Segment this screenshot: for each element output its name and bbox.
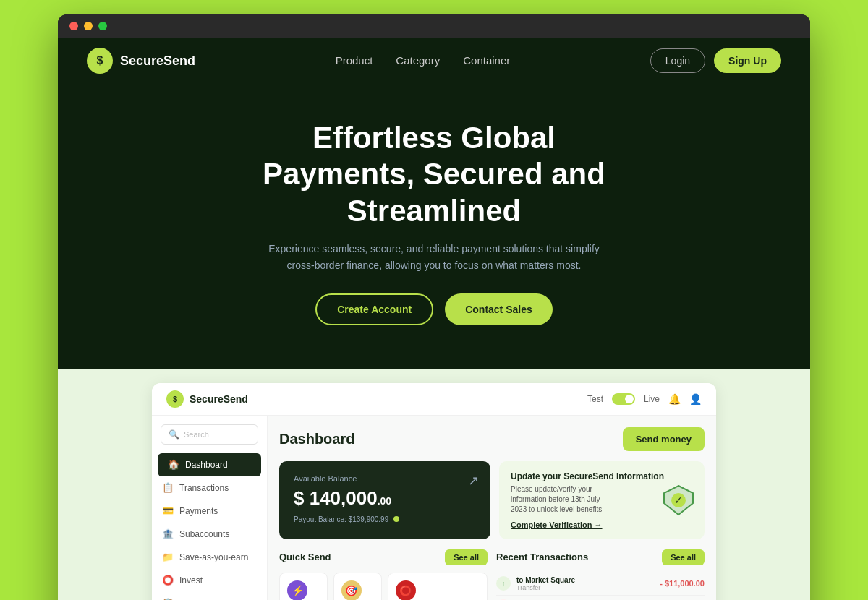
dashboard-card: $ SecureSend Test Live 🔔 👤 🔍 Sear: [152, 383, 716, 600]
dashboard-icon: 🏠: [168, 459, 179, 471]
sidebar-item-refer[interactable]: 📋 Refer & earn: [152, 592, 267, 600]
transaction-item-1: ↓ from Aliya Conrad Transfer + $499.00: [496, 596, 705, 600]
nav-item-container[interactable]: Container: [463, 54, 510, 67]
sidebar-label-payments: Payments: [179, 506, 218, 516]
payout-amount: $139,900.99: [349, 515, 389, 523]
navbar-logo: $ SecureSend: [87, 48, 195, 74]
dashboard-logo: $ SecureSend: [166, 390, 248, 408]
quick-send-header: Quick Send See all: [279, 549, 488, 565]
sidebar-nav: 🏠 Dashboard 📋 Transactions 💳 Payments: [152, 453, 267, 600]
nav-links: Product Category Container: [336, 54, 511, 67]
search-icon: 🔍: [169, 429, 179, 440]
qs-icon-1: 🎯: [341, 580, 362, 600]
sidebar-label-save: Save-as-you-earn: [179, 552, 248, 562]
transactions-section: Recent Transactions See all ↑ to Market …: [496, 549, 705, 600]
subaccounts-icon: 🏦: [162, 528, 174, 540]
balance-amount: $ 140,000.00: [294, 487, 476, 510]
hero-buttons: Create Account Contact Sales: [87, 293, 781, 325]
hero-section: Effortless Global Payments, Secured and …: [58, 84, 810, 369]
payout-label: Payout Balance:: [294, 515, 346, 523]
user-avatar-icon[interactable]: 👤: [689, 393, 702, 405]
sidebar-label-transactions: Transactions: [179, 483, 229, 493]
toggle-test-label: Test: [587, 394, 603, 404]
hero-subtext: Experience seamless, secure, and reliabl…: [260, 241, 608, 273]
logo-icon: $: [87, 48, 113, 74]
quick-send-item-2[interactable]: ⭕ Prosperity+CapitalClimb Portfolio Unit…: [388, 573, 488, 600]
send-money-button[interactable]: Send money: [623, 427, 705, 451]
dashboard-controls: Test Live 🔔 👤: [587, 393, 702, 405]
sidebar-item-save[interactable]: 📁 Save-as-you-earn: [152, 546, 267, 569]
main-navbar: $ SecureSend Product Category Container …: [58, 38, 810, 84]
tx-left-0: ↑ to Market Square Transfer: [496, 576, 575, 591]
verify-link[interactable]: Complete Verification →: [511, 520, 664, 529]
tx-type-0: Transfer: [516, 584, 575, 591]
dashboard-sidebar: 🔍 Search 🏠 Dashboard 📋 Transactions: [152, 416, 268, 600]
nav-actions: Login Sign Up: [650, 48, 781, 73]
balance-share-icon[interactable]: ↗: [468, 473, 479, 489]
sidebar-item-dashboard[interactable]: 🏠 Dashboard: [158, 453, 261, 476]
nav-link-container[interactable]: Container: [463, 54, 510, 67]
dash-logo-icon: $: [166, 390, 184, 408]
transactions-header: Recent Transactions See all: [496, 549, 705, 565]
notification-icon[interactable]: 🔔: [668, 393, 681, 405]
dash-logo-text: SecureSend: [190, 393, 248, 405]
close-button[interactable]: [69, 22, 78, 30]
toggle-live-label: Live: [644, 394, 660, 404]
transactions-icon: 📋: [162, 482, 174, 494]
search-placeholder: Search: [184, 430, 209, 439]
login-button[interactable]: Login: [650, 48, 705, 73]
dashboard-body: 🔍 Search 🏠 Dashboard 📋 Transactions: [152, 416, 716, 600]
nav-item-category[interactable]: Category: [396, 54, 440, 67]
sidebar-label-invest: Invest: [179, 575, 203, 586]
dashboard-title: Dashboard: [279, 431, 354, 447]
quick-send-title: Quick Send: [279, 552, 331, 562]
test-live-toggle[interactable]: [612, 393, 635, 405]
quick-send-grid: ⚡ United Capital Money Market Fund Unite…: [279, 573, 488, 600]
quick-send-section: Quick Send See all ⚡ United Capital Mone…: [279, 549, 488, 600]
invest-icon: ⭕: [162, 575, 174, 586]
transactions-title: Recent Transactions: [496, 552, 588, 562]
balance-label: Available Balance: [294, 474, 476, 483]
dashboard-main: Dashboard Send money Available Balance $…: [268, 416, 716, 600]
browser-titlebar: [58, 14, 810, 38]
cards-row: Available Balance $ 140,000.00 Payout Ba…: [279, 461, 705, 539]
verify-text: Please update/verify your information be…: [511, 484, 612, 515]
search-box[interactable]: 🔍 Search: [161, 424, 258, 445]
balance-payout: Payout Balance: $139,900.99: [294, 515, 476, 523]
balance-card: Available Balance $ 140,000.00 Payout Ba…: [279, 461, 490, 539]
dashboard-preview: $ SecureSend Test Live 🔔 👤 🔍 Sear: [58, 369, 810, 600]
nav-item-product[interactable]: Product: [336, 54, 373, 67]
transactions-see-all[interactable]: See all: [662, 549, 705, 565]
quick-send-see-all[interactable]: See all: [445, 549, 488, 565]
maximize-button[interactable]: [98, 22, 107, 30]
browser-window: $ SecureSend Product Category Container …: [58, 14, 810, 600]
sidebar-item-payments[interactable]: 💳 Payments: [152, 500, 267, 523]
dashboard-header: Dashboard Send money: [279, 427, 705, 451]
sidebar-label-dashboard: Dashboard: [185, 460, 228, 470]
bottom-section: Quick Send See all ⚡ United Capital Mone…: [279, 549, 705, 600]
quick-send-item-0[interactable]: ⚡ United Capital Money Market Fund Unite…: [279, 573, 328, 600]
sidebar-item-transactions[interactable]: 📋 Transactions: [152, 476, 267, 500]
contact-sales-button[interactable]: Contact Sales: [445, 293, 553, 325]
minimize-button[interactable]: [84, 22, 93, 30]
signup-button[interactable]: Sign Up: [714, 48, 781, 73]
tx-icon-0: ↑: [496, 576, 511, 591]
nav-link-category[interactable]: Category: [396, 54, 440, 67]
shield-icon: ✓: [661, 483, 696, 518]
dashboard-topbar: $ SecureSend Test Live 🔔 👤: [152, 383, 716, 416]
qs-icon-2: ⭕: [396, 580, 416, 600]
transaction-item-0: ↑ to Market Square Transfer - $11,000.00: [496, 573, 705, 596]
save-icon: 📁: [162, 552, 174, 563]
create-account-button[interactable]: Create Account: [315, 293, 433, 325]
balance-status-dot: [393, 516, 399, 522]
sidebar-item-subaccounts[interactable]: 🏦 Subaccounts: [152, 523, 267, 546]
sidebar-item-invest[interactable]: ⭕ Invest: [152, 569, 267, 592]
quick-send-item-1[interactable]: 🎯 Growth Gains & Wealth Habor Fund Unite…: [333, 573, 382, 600]
tx-name-0: to Market Square: [516, 576, 575, 584]
verification-card: Update your SecureSend Information Pleas…: [499, 461, 705, 539]
tx-info-0: to Market Square Transfer: [516, 576, 575, 591]
qs-icon-0: ⚡: [287, 580, 307, 600]
logo-text: SecureSend: [120, 53, 195, 69]
balance-main: $ 140,000: [294, 487, 378, 509]
nav-link-product[interactable]: Product: [336, 54, 373, 67]
